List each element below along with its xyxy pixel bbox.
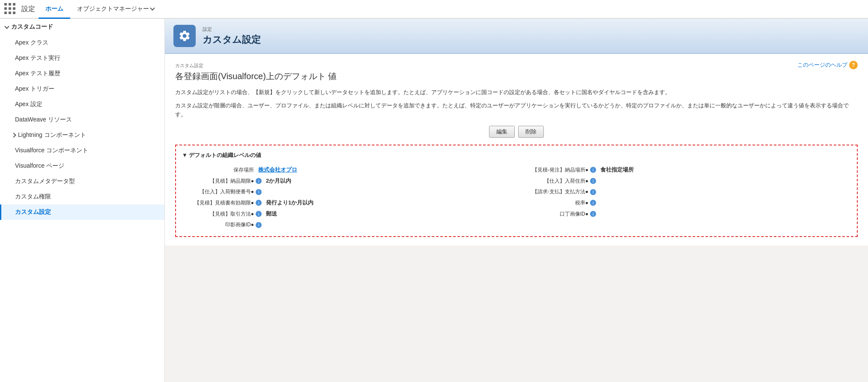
field-label-storage: 保存場所 (185, 166, 254, 174)
field-value-transaction-method: 郵送 (266, 210, 277, 218)
gear-icon (178, 30, 191, 42)
field-row-2-right: 【請求-支払】支払方法● i (516, 187, 851, 197)
sidebar-item-apex-trigger[interactable]: Apex トリガー (0, 81, 164, 97)
info-icon-delivery[interactable]: i (590, 167, 596, 173)
field-label-logo-image: 口丁画像ID● (520, 210, 588, 218)
info-icon-seal[interactable]: i (256, 222, 262, 228)
delete-button[interactable]: 削除 (518, 126, 544, 138)
sidebar-item-vf-pages[interactable]: Visualforce ページ (0, 158, 164, 174)
field-row-1-left: 【見積】納品期限● i 2か月以内 (182, 175, 516, 187)
default-values-section: ▼ デフォルトの組織レベルの値 保存場所 株式会社オプロ 【見積-発注】納品場所… (175, 145, 858, 237)
info-icon-payment[interactable]: i (590, 189, 596, 195)
sidebar-item-custom-settings[interactable]: カスタム設定 (0, 204, 164, 220)
field-row-4-left: 【見積】取引方法● i 郵送 (182, 208, 516, 219)
sidebar-item-apex-test-history[interactable]: Apex テスト履歴 (0, 66, 164, 81)
sidebar-item-vf-components[interactable]: Visualforce コンポーネント (0, 143, 164, 158)
field-row-5-left: 印影画像ID● i (182, 219, 516, 230)
field-row-3-right: 税率● i (516, 197, 851, 208)
field-row-3-left: 【見積】見積書有効期限● i 発行より1か月以内 (182, 197, 516, 208)
field-row-0-left: 保存場所 株式会社オプロ (182, 164, 516, 175)
page-header-subtitle: 設定 (203, 26, 261, 33)
page-header-title: カスタム設定 (203, 33, 261, 46)
content-area: 設定 カスタム設定 このページのヘルプ ? カスタム設定 各登録画面(Visua… (165, 19, 868, 382)
help-link[interactable]: このページのヘルプ ? (797, 61, 858, 69)
field-label-postal: 【仕入】入荷郵便番号● (185, 188, 254, 195)
top-navigation: 設定 ホーム オブジェクトマネージャー (0, 0, 868, 19)
field-label-seal-image: 印影画像ID● (185, 221, 254, 228)
main-layout: カスタムコード Apex クラス Apex テスト実行 Apex テスト履歴 A… (0, 19, 868, 382)
action-buttons: 編集 削除 (175, 126, 858, 138)
sidebar: カスタムコード Apex クラス Apex テスト実行 Apex テスト履歴 A… (0, 19, 165, 382)
info-icon-postal[interactable]: i (256, 189, 262, 195)
field-value-delivery: 食社指定場所 (600, 166, 634, 174)
info-icon-tax[interactable]: i (590, 200, 596, 206)
info-icon-logo-image[interactable]: i (590, 211, 596, 217)
sidebar-section-custom-code[interactable]: カスタムコード (0, 19, 164, 35)
field-row-2-left: 【仕入】入荷郵便番号● i (182, 187, 516, 197)
sidebar-item-apex-classes[interactable]: Apex クラス (0, 35, 164, 50)
info-icon-purchase-address[interactable]: i (590, 178, 596, 184)
tab-home[interactable]: ホーム (39, 0, 70, 19)
description-1: カスタム設定がリストの場合、【新規】をクリックして新しいデータセットを追加します… (175, 88, 858, 97)
field-label-payment: 【請求-支払】支払方法● (520, 188, 588, 195)
page-header-text: 設定 カスタム設定 (203, 26, 261, 46)
chevron-down-icon (150, 6, 155, 10)
page-header-icon-container (173, 25, 196, 47)
breadcrumb: カスタム設定 (175, 62, 858, 69)
sidebar-item-lightning-components[interactable]: Lightning コンポーネント (0, 127, 164, 143)
field-label-purchase-address: 【仕入】入荷住所● (520, 178, 588, 185)
tab-object-manager[interactable]: オブジェクトマネージャー (70, 0, 161, 19)
sidebar-item-apex-test-exec[interactable]: Apex テスト実行 (0, 50, 164, 66)
field-label-delivery: 【見積-発注】納品場所● (520, 166, 588, 174)
field-row-0-right: 【見積-発注】納品場所● i 食社指定場所 (516, 164, 851, 175)
field-label-quote-delivery: 【見積】納品期限● (185, 178, 254, 185)
field-row-5-right (516, 219, 851, 230)
fields-grid: 保存場所 株式会社オプロ 【見積-発注】納品場所● i 食社指定場所 【見積】納… (182, 164, 851, 230)
field-label-quote-validity: 【見積】見積書有効期限● (185, 199, 254, 207)
help-icon: ? (849, 61, 858, 69)
section-header: ▼ デフォルトの組織レベルの値 (182, 151, 851, 159)
sidebar-item-apex-settings[interactable]: Apex 設定 (0, 97, 164, 112)
field-value-quote-validity: 発行より1か月以内 (266, 199, 313, 207)
field-row-4-right: 口丁画像ID● i (516, 208, 851, 219)
apps-grid-icon[interactable] (4, 3, 16, 15)
sidebar-expand-icon (11, 133, 16, 137)
nav-title: 設定 (21, 5, 35, 14)
field-label-tax: 税率● (520, 199, 588, 207)
sidebar-item-custom-permissions[interactable]: カスタム権限 (0, 189, 164, 204)
description-2: カスタム設定が階層の場合、ユーザー、プロファイル、または組織レベルに対してデータ… (175, 101, 858, 119)
sidebar-section-label: カスタムコード (11, 23, 53, 31)
field-label-transaction-method: 【見積】取引方法● (185, 210, 254, 218)
main-content: このページのヘルプ ? カスタム設定 各登録画面(Visualforce)上のデ… (165, 54, 868, 246)
page-header: 設定 カスタム設定 (165, 19, 868, 54)
info-icon-transaction[interactable]: i (256, 211, 262, 217)
sidebar-collapse-icon (4, 24, 9, 29)
sidebar-item-custom-metadata[interactable]: カスタムメタデータ型 (0, 174, 164, 189)
sidebar-item-dataweave[interactable]: DataWeave リソース (0, 112, 164, 127)
field-row-1-right: 【仕入】入荷住所● i (516, 175, 851, 187)
edit-button[interactable]: 編集 (489, 126, 515, 138)
content-title: 各登録画面(Visualforce)上のデフォルト 値 (175, 71, 858, 82)
info-icon-quote-validity[interactable]: i (256, 200, 262, 206)
field-value-storage[interactable]: 株式会社オプロ (258, 166, 297, 174)
info-icon-quote-delivery[interactable]: i (256, 178, 262, 184)
field-value-quote-delivery: 2か月以内 (266, 177, 291, 185)
